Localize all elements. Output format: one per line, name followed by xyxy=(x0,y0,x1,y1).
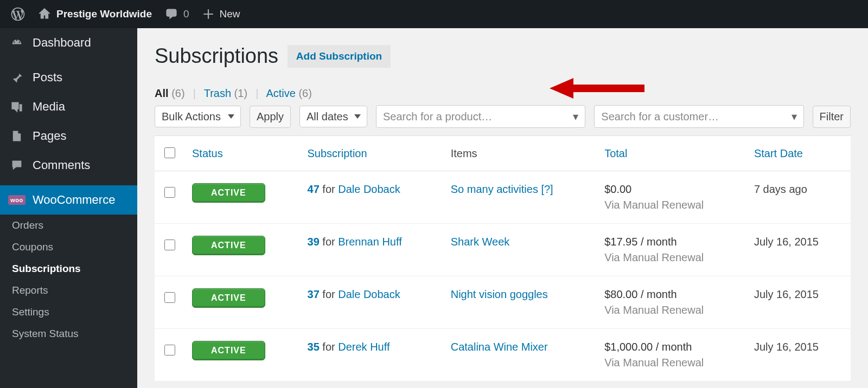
filter-button[interactable]: Filter xyxy=(813,106,851,128)
for-text: for xyxy=(322,183,335,195)
woocommerce-icon: woo xyxy=(10,193,24,207)
total-value: $17.95 / month xyxy=(604,236,739,248)
content-area: Subscriptions Add Subscription All (6) |… xyxy=(137,28,868,388)
admin-sidebar: Dashboard Posts Media Pages Comments woo… xyxy=(0,28,137,388)
customer-search[interactable]: Search for a customer… ▾ xyxy=(594,105,803,128)
table-row: ACTIVE37 for Dale DobackNight vision gog… xyxy=(155,276,851,329)
row-checkbox[interactable] xyxy=(164,240,175,250)
payment-via: Via Manual Renewal xyxy=(604,199,739,211)
sidebar-sub-orders[interactable]: Orders xyxy=(0,215,137,236)
admin-bar: Prestige Worldwide 0 New xyxy=(0,0,868,28)
page-title: Subscriptions xyxy=(155,44,278,68)
chevron-down-icon: ▾ xyxy=(573,110,578,123)
site-link[interactable]: Prestige Worldwide xyxy=(31,0,158,28)
sidebar-item-comments[interactable]: Comments xyxy=(0,151,137,180)
new-link[interactable]: New xyxy=(196,0,247,28)
col-items: Items xyxy=(443,136,597,171)
table-nav: Bulk Actions Apply All dates Search for … xyxy=(155,105,851,128)
sidebar-label: Dashboard xyxy=(33,36,91,50)
customer-link[interactable]: Dale Doback xyxy=(338,288,400,300)
comments-link[interactable]: 0 xyxy=(158,0,196,28)
sidebar-sub-system-status[interactable]: System Status xyxy=(0,323,137,345)
subscription-id-link[interactable]: 35 xyxy=(308,341,320,353)
site-title: Prestige Worldwide xyxy=(56,8,152,20)
customer-link[interactable]: Brennan Huff xyxy=(338,236,402,248)
total-value: $80.00 / month xyxy=(604,288,739,301)
row-checkbox[interactable] xyxy=(164,292,175,303)
table-row: ACTIVE47 for Dale DobackSo many activiti… xyxy=(155,171,851,224)
wordpress-icon xyxy=(11,7,25,21)
payment-via: Via Manual Renewal xyxy=(604,357,739,369)
filter-all-count: (6) xyxy=(171,87,184,99)
sidebar-sub-coupons[interactable]: Coupons xyxy=(0,236,137,258)
table-row: ACTIVE39 for Brennan HuffShark Week$17.9… xyxy=(155,224,851,276)
sidebar-sub-subscriptions[interactable]: Subscriptions xyxy=(0,258,137,280)
subscriptions-table: Status Subscription Items Total Start Da… xyxy=(155,135,851,381)
filter-all[interactable]: All xyxy=(155,87,169,99)
product-search[interactable]: Search for a product… ▾ xyxy=(376,105,585,128)
pages-icon xyxy=(10,129,24,143)
comments-icon xyxy=(10,158,24,172)
start-date: July 16, 2015 xyxy=(746,224,851,276)
sidebar-sub-settings[interactable]: Settings xyxy=(0,301,137,323)
col-total[interactable]: Total xyxy=(597,136,746,171)
subscription-id-link[interactable]: 39 xyxy=(308,236,320,248)
table-header-row: Status Subscription Items Total Start Da… xyxy=(155,136,851,171)
items-link[interactable]: Catalina Wine Mixer xyxy=(451,341,548,353)
sidebar-label: Comments xyxy=(33,158,90,172)
plus-icon xyxy=(202,8,214,20)
start-date: July 16, 2015 xyxy=(746,329,851,381)
add-subscription-button[interactable]: Add Subscription xyxy=(288,45,391,68)
sidebar-label: WooCommerce xyxy=(33,193,115,207)
col-status[interactable]: Status xyxy=(184,136,300,171)
payment-via: Via Manual Renewal xyxy=(604,304,739,316)
new-label: New xyxy=(220,8,240,20)
status-badge: ACTIVE xyxy=(192,183,265,203)
comments-count: 0 xyxy=(183,8,189,20)
subscription-id-link[interactable]: 37 xyxy=(308,288,320,300)
row-checkbox[interactable] xyxy=(164,345,175,355)
apply-button[interactable]: Apply xyxy=(250,106,291,128)
home-icon xyxy=(38,8,51,21)
sidebar-item-dashboard[interactable]: Dashboard xyxy=(0,28,137,57)
for-text: for xyxy=(322,236,335,248)
select-all-checkbox[interactable] xyxy=(164,147,175,158)
items-link[interactable]: Night vision goggles xyxy=(451,288,548,300)
payment-via: Via Manual Renewal xyxy=(604,251,739,264)
sidebar-label: Pages xyxy=(33,129,66,143)
date-filter-select[interactable]: All dates xyxy=(299,106,367,127)
status-badge: ACTIVE xyxy=(192,236,265,255)
chevron-down-icon: ▾ xyxy=(792,110,797,123)
sidebar-label: Media xyxy=(33,100,65,114)
status-badge: ACTIVE xyxy=(192,288,265,308)
col-start-date[interactable]: Start Date xyxy=(746,136,851,171)
customer-link[interactable]: Dale Doback xyxy=(338,183,400,195)
comment-icon xyxy=(165,8,178,21)
row-checkbox[interactable] xyxy=(164,187,175,198)
start-date: 7 days ago xyxy=(746,171,851,224)
start-date: July 16, 2015 xyxy=(746,276,851,329)
bulk-actions-select[interactable]: Bulk Actions xyxy=(155,106,241,127)
sidebar-item-media[interactable]: Media xyxy=(0,92,137,121)
sidebar-sub-reports[interactable]: Reports xyxy=(0,280,137,301)
wp-logo[interactable] xyxy=(4,0,31,28)
sidebar-item-woocommerce[interactable]: woo WooCommerce xyxy=(0,185,137,215)
sidebar-item-pages[interactable]: Pages xyxy=(0,121,137,151)
col-subscription[interactable]: Subscription xyxy=(300,136,443,171)
product-search-placeholder: Search for a product… xyxy=(383,111,492,123)
for-text: for xyxy=(322,288,335,300)
for-text: for xyxy=(322,341,335,353)
pin-icon xyxy=(10,70,24,85)
items-link[interactable]: Shark Week xyxy=(451,236,510,248)
filter-active-count: (6) xyxy=(298,87,311,99)
table-row: ACTIVE35 for Derek HuffCatalina Wine Mix… xyxy=(155,329,851,381)
status-filters: All (6) | Trash (1) | Active (6) xyxy=(155,87,851,100)
items-link[interactable]: So many activities [?] xyxy=(451,183,553,195)
customer-link[interactable]: Derek Huff xyxy=(338,341,390,353)
total-value: $0.00 xyxy=(604,183,739,196)
sidebar-item-posts[interactable]: Posts xyxy=(0,63,137,92)
status-badge: ACTIVE xyxy=(192,341,265,360)
subscription-id-link[interactable]: 47 xyxy=(308,183,320,195)
filter-trash[interactable]: Trash xyxy=(204,87,231,99)
filter-active[interactable]: Active xyxy=(266,87,295,99)
